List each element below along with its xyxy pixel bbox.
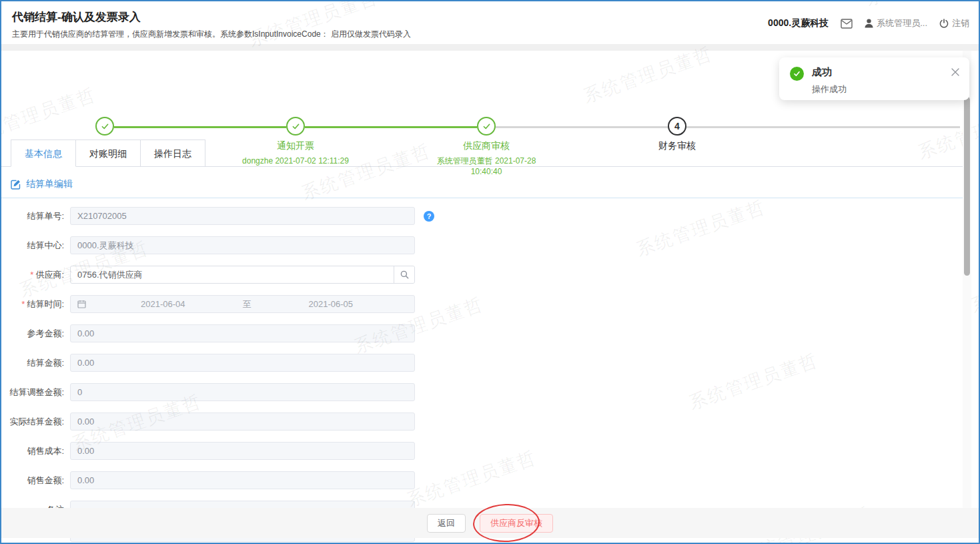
tab-basic-info[interactable]: 基本信息 bbox=[11, 140, 76, 167]
search-icon[interactable] bbox=[394, 266, 414, 283]
success-toast: 成功 操作成功 bbox=[779, 57, 969, 100]
supplier-reverse-audit-button[interactable]: 供应商反审核 bbox=[480, 514, 553, 533]
supplier-input-box bbox=[70, 266, 415, 284]
field-label: 参考金额: bbox=[1, 324, 70, 342]
actual-settlement-amount-input bbox=[77, 417, 408, 427]
settlement-no-input-box bbox=[70, 207, 415, 225]
mail-icon[interactable] bbox=[841, 19, 853, 29]
reference-amount-input bbox=[77, 328, 408, 338]
field-settlement-period: *结算时间: 2021-06-04 至 2021-06-05 bbox=[1, 295, 979, 313]
help-icon[interactable]: ? bbox=[424, 211, 434, 222]
field-label: 结算调整金额: bbox=[1, 383, 70, 401]
settlement-form: 结算单号: ? 结算中心: *供应商: *结算时间: 2021-06-04 至 … bbox=[1, 207, 979, 542]
sales-amount-input-box bbox=[70, 471, 415, 489]
user-icon bbox=[865, 19, 873, 28]
scrollbar-thumb[interactable] bbox=[964, 97, 970, 276]
field-actual-settlement-amount: 实际结算金额: bbox=[1, 413, 979, 431]
field-settlement-amount: 结算金额: bbox=[1, 354, 979, 372]
scrollbar-track bbox=[963, 51, 971, 511]
required-asterisk: * bbox=[30, 270, 33, 280]
back-button[interactable]: 返回 bbox=[427, 514, 466, 533]
date-separator: 至 bbox=[240, 298, 254, 310]
field-label: 结算单号: bbox=[1, 207, 70, 225]
toast-title: 成功 bbox=[812, 66, 847, 79]
section-divider bbox=[1, 198, 964, 198]
header-actions: 0000.灵蕨科技 系统管理员... 注销 bbox=[768, 17, 969, 29]
field-sales-amount: 销售金额: bbox=[1, 471, 979, 489]
field-sales-cost: 销售成本: bbox=[1, 442, 979, 460]
actual-settlement-amount-input-box bbox=[70, 413, 415, 431]
tab-reconciliation-detail[interactable]: 对账明细 bbox=[75, 140, 141, 167]
field-adjust-amount: 结算调整金额: bbox=[1, 383, 979, 401]
settlement-amount-input bbox=[77, 358, 408, 368]
check-circle-icon bbox=[477, 117, 496, 135]
required-asterisk: * bbox=[21, 299, 25, 309]
tab-operation-log[interactable]: 操作日志 bbox=[140, 140, 205, 167]
settlement-no-input bbox=[77, 211, 408, 221]
user-name: 系统管理员... bbox=[877, 17, 927, 29]
company-name: 0000.灵蕨科技 bbox=[768, 17, 829, 29]
start-date: 2021-06-04 bbox=[86, 299, 240, 309]
toast-message: 操作成功 bbox=[812, 83, 847, 95]
logout-label: 注销 bbox=[952, 17, 969, 29]
close-icon[interactable] bbox=[951, 68, 959, 76]
header-divider bbox=[1, 44, 979, 51]
field-settlement-no: 结算单号: ? bbox=[1, 207, 979, 225]
field-label: *结算时间: bbox=[1, 295, 70, 313]
field-label: 结算金额: bbox=[1, 354, 70, 372]
calendar-icon bbox=[77, 300, 86, 308]
settlement-center-input-box bbox=[70, 236, 415, 254]
success-check-icon bbox=[790, 67, 804, 81]
field-label: 销售金额: bbox=[1, 471, 70, 489]
section-title-bar: 结算单编辑 bbox=[11, 178, 979, 190]
end-date: 2021-06-05 bbox=[254, 299, 408, 309]
check-circle-icon bbox=[95, 117, 114, 135]
sales-amount-input bbox=[77, 475, 408, 485]
footer-action-bar: 返回 供应商反审核 bbox=[1, 508, 979, 538]
field-supplier: *供应商: bbox=[1, 266, 979, 284]
reference-amount-input-box bbox=[70, 324, 415, 342]
field-label: 结算中心: bbox=[1, 236, 70, 254]
settlement-amount-input-box bbox=[70, 354, 415, 372]
field-settlement-center: 结算中心: bbox=[1, 236, 979, 254]
user-menu[interactable]: 系统管理员... bbox=[865, 17, 927, 29]
check-circle-icon bbox=[286, 117, 305, 135]
page-subtitle: 主要用于代销供应商的结算管理，供应商新增发票和审核。系统参数IsInputInv… bbox=[12, 29, 968, 40]
supplier-input[interactable] bbox=[71, 270, 394, 280]
sales-cost-input-box bbox=[70, 442, 415, 460]
date-range-picker: 2021-06-04 至 2021-06-05 bbox=[70, 295, 415, 313]
power-icon bbox=[939, 19, 949, 28]
adjust-amount-input bbox=[77, 387, 408, 397]
field-reference-amount: 参考金额: bbox=[1, 324, 979, 342]
adjust-amount-input-box bbox=[70, 383, 415, 401]
field-label: 实际结算金额: bbox=[1, 413, 70, 431]
sales-cost-input bbox=[77, 446, 408, 456]
edit-icon bbox=[11, 179, 21, 190]
page-header: 代销结算-确认及发票录入 主要用于代销供应商的结算管理，供应商新增发票和审核。系… bbox=[1, 1, 979, 44]
logout-button[interactable]: 注销 bbox=[939, 17, 969, 29]
tab-bar: 基本信息 对账明细 操作日志 bbox=[1, 140, 964, 167]
settlement-center-input bbox=[77, 240, 408, 250]
section-title: 结算单编辑 bbox=[26, 178, 73, 190]
field-label: *供应商: bbox=[1, 266, 70, 284]
step-number-circle: 4 bbox=[668, 117, 686, 135]
field-label: 销售成本: bbox=[1, 442, 70, 460]
